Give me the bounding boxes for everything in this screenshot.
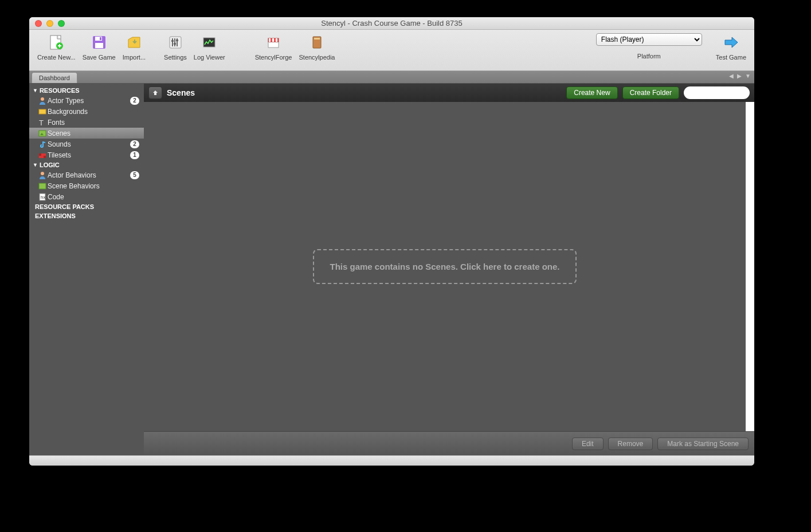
actor-behaviors-icon <box>38 171 46 179</box>
svg-rect-13 <box>203 38 215 47</box>
platform-label: Platform <box>637 53 661 60</box>
sidebar-item-scene-behaviors[interactable]: Scene Behaviors <box>29 180 144 191</box>
stencylforge-icon <box>264 33 283 52</box>
svg-point-29 <box>41 172 44 175</box>
stencylforge-label: StencylForge <box>255 54 292 61</box>
svg-text:hx: hx <box>41 195 45 200</box>
platform-selector: Flash (Player) Platform <box>596 33 702 60</box>
svg-rect-16 <box>269 38 271 42</box>
test-game-icon <box>722 33 740 52</box>
status-bar <box>29 455 754 466</box>
import-button[interactable]: Import... <box>119 33 149 61</box>
scenes-icon <box>38 129 46 137</box>
svg-rect-14 <box>268 42 279 48</box>
count-badge: 5 <box>130 171 139 179</box>
log-viewer-label: Log Viewer <box>194 54 225 61</box>
scene-behaviors-icon <box>38 182 46 190</box>
count-badge: 2 <box>130 140 139 148</box>
traffic-lights <box>29 20 65 27</box>
create-new-scene-button[interactable]: Create New <box>566 86 617 99</box>
create-new-icon <box>47 33 65 52</box>
sidebar-item-label: Scene Behaviors <box>48 182 142 190</box>
sidebar-item-tilesets[interactable]: Tilesets 1 <box>29 149 144 160</box>
sidebar-item-label: Backgrounds <box>48 108 142 116</box>
up-arrow-icon <box>151 89 159 97</box>
svg-rect-11 <box>174 43 176 45</box>
stencylpedia-button[interactable]: Stencylpedia <box>295 33 338 61</box>
svg-point-21 <box>41 97 44 101</box>
sidebar-item-label: Code <box>48 193 142 201</box>
minimize-window-button[interactable] <box>46 20 53 27</box>
sidebar-header-logic[interactable]: ▼LOGIC <box>29 160 144 170</box>
main-header: Scenes Create New Create Folder <box>144 84 754 102</box>
sidebar-item-sounds[interactable]: Sounds 2 <box>29 139 144 149</box>
save-game-button[interactable]: Save Game <box>79 33 119 61</box>
remove-button[interactable]: Remove <box>608 438 653 450</box>
tab-menu-icon[interactable]: ▼ <box>745 73 751 79</box>
zoom-window-button[interactable] <box>58 20 65 27</box>
close-window-button[interactable] <box>35 20 42 27</box>
titlebar: Stencyl - Crash Course Game - Build 8735 <box>29 17 754 30</box>
save-icon <box>90 33 108 52</box>
sidebar-resource-packs[interactable]: RESOURCE PACKS <box>29 202 144 211</box>
svg-rect-17 <box>272 38 274 42</box>
sidebar-item-label: Sounds <box>48 140 130 148</box>
sidebar-header-resources[interactable]: ▼RESOURCES <box>29 86 144 95</box>
sidebar-item-actor-behaviors[interactable]: Actor Behaviors 5 <box>29 170 144 180</box>
count-badge: 1 <box>130 151 139 159</box>
stencylpedia-label: Stencylpedia <box>299 54 335 61</box>
svg-rect-5 <box>100 37 101 40</box>
actor-types-icon <box>38 97 46 105</box>
search-input[interactable] <box>688 89 754 96</box>
main-content: This game contains no Scenes. Click here… <box>144 102 754 431</box>
disclosure-triangle-icon: ▼ <box>33 88 38 93</box>
tab-dashboard-label: Dashboard <box>39 74 70 81</box>
sounds-icon <box>38 140 46 148</box>
svg-rect-24 <box>39 131 46 136</box>
sidebar-item-code[interactable]: hx Code <box>29 191 144 202</box>
sidebar-header-resources-label: RESOURCES <box>40 87 80 94</box>
sidebar-item-label: Scenes <box>48 129 142 137</box>
tab-next-icon[interactable]: ▶ <box>737 73 742 79</box>
sidebar-item-actor-types[interactable]: Actor Types 2 <box>29 95 144 106</box>
test-game-button[interactable]: Test Game <box>712 33 750 61</box>
settings-button[interactable]: Settings <box>160 33 190 61</box>
count-badge: 2 <box>130 97 139 105</box>
main-footer: Edit Remove Mark as Starting Scene <box>144 431 754 455</box>
svg-rect-4 <box>95 43 103 48</box>
create-new-button[interactable]: Create New... <box>34 33 79 61</box>
stencylforge-button[interactable]: StencylForge <box>252 33 296 61</box>
tab-strip: Dashboard ◀ ▶ ▼ <box>29 71 754 84</box>
save-game-label: Save Game <box>83 54 116 61</box>
log-viewer-button[interactable]: Log Viewer <box>190 33 229 61</box>
mark-starting-scene-button[interactable]: Mark as Starting Scene <box>657 438 749 450</box>
sidebar-item-fonts[interactable]: T Fonts <box>29 117 144 128</box>
empty-scenes-placeholder[interactable]: This game contains no Scenes. Click here… <box>313 249 577 284</box>
tab-dashboard[interactable]: Dashboard <box>32 72 77 83</box>
stencylpedia-icon <box>308 33 326 52</box>
toolbar: Create New... Save Game Import... Settin… <box>29 30 754 71</box>
sidebar-extensions[interactable]: EXTENSIONS <box>29 211 144 220</box>
svg-rect-30 <box>39 183 46 189</box>
main-panel: Scenes Create New Create Folder This gam… <box>144 84 754 455</box>
create-folder-button[interactable]: Create Folder <box>622 86 679 99</box>
main-title: Scenes <box>167 88 562 97</box>
disclosure-triangle-icon: ▼ <box>33 162 38 168</box>
tilesets-icon <box>38 151 46 159</box>
sidebar-item-label: Fonts <box>48 119 142 127</box>
platform-dropdown[interactable]: Flash (Player) <box>596 33 702 46</box>
workarea: ▼RESOURCES Actor Types 2 Backgrounds T F… <box>29 84 754 455</box>
app-window: Stencyl - Crash Course Game - Build 8735… <box>29 17 754 466</box>
code-icon: hx <box>38 193 46 201</box>
sidebar-item-backgrounds[interactable]: Backgrounds <box>29 106 144 117</box>
svg-rect-7 <box>174 38 175 46</box>
sidebar: ▼RESOURCES Actor Types 2 Backgrounds T F… <box>29 84 144 455</box>
svg-rect-28 <box>44 156 46 158</box>
window-title: Stencyl - Crash Course Game - Build 8735 <box>29 19 754 27</box>
settings-icon <box>166 33 185 52</box>
edit-button[interactable]: Edit <box>572 438 604 450</box>
sidebar-item-scenes[interactable]: Scenes <box>29 128 144 139</box>
tab-prev-icon[interactable]: ◀ <box>729 73 734 79</box>
svg-rect-12 <box>176 40 178 41</box>
up-folder-button[interactable] <box>148 86 162 99</box>
